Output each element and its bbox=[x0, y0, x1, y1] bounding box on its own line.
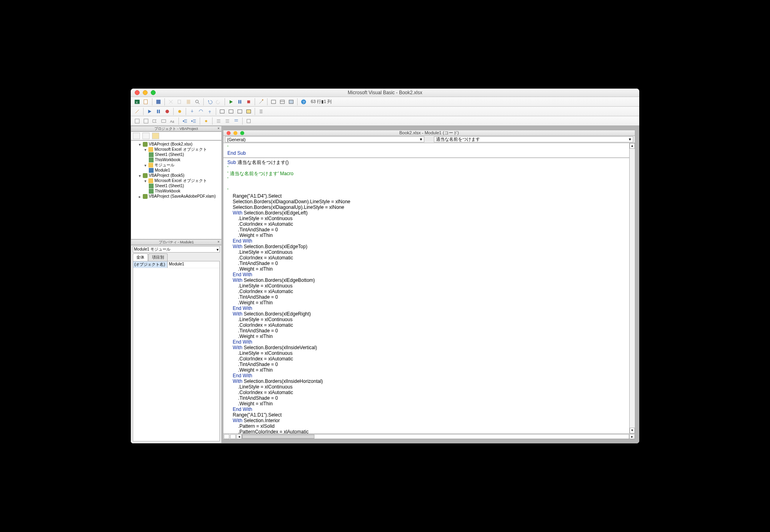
svg-rect-23 bbox=[247, 109, 251, 113]
tree-project-book5[interactable]: ▾VBAProject (Book5) bbox=[138, 173, 221, 178]
view-object-icon[interactable] bbox=[142, 133, 150, 139]
tree-folder-excel-objects-1[interactable]: ▾Microsoft Excel オブジェクト bbox=[143, 147, 221, 152]
properties-grid[interactable]: (オブジェクト名) Module1 bbox=[133, 261, 220, 441]
call-stack-icon[interactable] bbox=[257, 107, 265, 115]
copy-icon[interactable] bbox=[176, 98, 184, 106]
stop-icon[interactable] bbox=[245, 98, 253, 106]
svg-rect-3 bbox=[156, 99, 161, 104]
design-mode2-icon[interactable] bbox=[133, 107, 141, 115]
immediate-window-icon[interactable] bbox=[227, 107, 235, 115]
cursor-position-label: 63 行▮1 列 bbox=[311, 99, 332, 105]
insert-module-icon[interactable] bbox=[142, 98, 150, 106]
tree-module1[interactable]: Module1 bbox=[149, 168, 221, 173]
step-over-icon[interactable] bbox=[197, 107, 205, 115]
tree-folder-modules[interactable]: ▾モジュール bbox=[143, 162, 221, 168]
svg-rect-2 bbox=[144, 99, 148, 104]
properties-tabs: 全体 項目別 bbox=[133, 253, 220, 261]
properties-panel-close-icon[interactable]: × bbox=[216, 240, 221, 245]
svg-text:X: X bbox=[136, 100, 138, 104]
help-icon[interactable]: ? bbox=[300, 98, 308, 106]
excel-icon[interactable]: X bbox=[133, 98, 141, 106]
uncomment-block-icon[interactable] bbox=[223, 117, 231, 125]
parameter-info-icon[interactable] bbox=[160, 117, 168, 125]
svg-point-19 bbox=[178, 110, 181, 113]
scroll-down-icon[interactable]: ▾ bbox=[630, 428, 635, 433]
tree-sheet1-1[interactable]: Sheet1 (Sheet1) bbox=[149, 152, 221, 157]
cut-icon[interactable] bbox=[167, 98, 175, 106]
hscroll-thumb[interactable] bbox=[242, 435, 314, 439]
tree-sheet1-2[interactable]: Sheet1 (Sheet1) bbox=[149, 183, 221, 188]
pause-icon[interactable] bbox=[236, 98, 244, 106]
code-area[interactable]: ' End Sub Sub 適当な名前をつけます() ' ' 適当な名前をつけま… bbox=[223, 143, 635, 434]
full-module-view-icon[interactable] bbox=[224, 434, 229, 439]
tree-folder-excel-objects-2[interactable]: ▾Microsoft Excel オブジェクト bbox=[143, 178, 221, 183]
object-combo[interactable]: (General) ▾ bbox=[225, 136, 424, 142]
procedure-combo[interactable]: 適当な名前をつけます ▾ bbox=[434, 136, 633, 142]
project-explorer-icon[interactable] bbox=[270, 98, 278, 106]
step-into-icon[interactable] bbox=[188, 107, 196, 115]
svg-rect-12 bbox=[280, 100, 285, 103]
clear-bookmarks-icon[interactable] bbox=[245, 117, 253, 125]
design-mode-icon[interactable] bbox=[257, 98, 265, 106]
watch-window-icon[interactable] bbox=[236, 107, 244, 115]
project-tree[interactable]: ▾VBAProject (Book2.xlsx) ▾Microsoft Exce… bbox=[131, 140, 222, 239]
toggle-folders-icon[interactable] bbox=[152, 133, 159, 139]
step-out-icon[interactable] bbox=[206, 107, 214, 115]
indent-icon[interactable] bbox=[181, 117, 189, 125]
properties-tab-categorized[interactable]: 項目別 bbox=[148, 253, 168, 261]
chevron-down-icon: ▾ bbox=[629, 137, 631, 142]
properties-object-combo[interactable]: Module1 モジュール ▾ bbox=[133, 246, 220, 253]
scroll-up-icon[interactable]: ▴ bbox=[630, 143, 635, 149]
project-explorer-title: プロジェクト - VBAProject × bbox=[131, 126, 222, 131]
break-icon[interactable] bbox=[154, 107, 162, 115]
procedure-view-icon[interactable] bbox=[230, 434, 236, 439]
tree-thisworkbook-2[interactable]: ThisWorkbook bbox=[149, 188, 221, 194]
view-code-icon[interactable] bbox=[133, 133, 140, 139]
tree-project-saveaspdf[interactable]: ▸VBAProject (SaveAsAdobePDF.xlam) bbox=[138, 194, 221, 199]
svg-rect-26 bbox=[162, 119, 166, 122]
debug-toolbar bbox=[131, 107, 639, 116]
run-macro-icon[interactable] bbox=[146, 107, 154, 115]
svg-rect-11 bbox=[272, 100, 276, 103]
horizontal-scrollbar[interactable]: ◂ ▸ bbox=[223, 434, 635, 439]
vertical-scrollbar[interactable]: ▴ ▾ bbox=[629, 143, 635, 433]
svg-point-28 bbox=[205, 120, 207, 122]
properties-tab-alphabetic[interactable]: 全体 bbox=[133, 253, 148, 261]
object-browser-icon[interactable] bbox=[287, 98, 295, 106]
svg-point-18 bbox=[166, 109, 169, 113]
tree-project-book2[interactable]: ▾VBAProject (Book2.xlsx) bbox=[138, 142, 221, 147]
run-icon[interactable] bbox=[227, 98, 235, 106]
undo-icon[interactable] bbox=[206, 98, 214, 106]
toggle-breakpoint-icon[interactable] bbox=[176, 107, 184, 115]
project-explorer-title-label: プロジェクト - VBAProject bbox=[154, 127, 198, 131]
properties-panel-title: プロパティ - Module1 × bbox=[131, 239, 222, 245]
paste-icon[interactable] bbox=[184, 98, 192, 106]
redo-icon[interactable] bbox=[215, 98, 223, 106]
locals-window-icon[interactable] bbox=[218, 107, 226, 115]
list-constants-icon[interactable] bbox=[142, 117, 150, 125]
next-bookmark-icon[interactable] bbox=[232, 117, 240, 125]
svg-text:?: ? bbox=[302, 99, 304, 104]
property-row-name[interactable]: (オブジェクト名) Module1 bbox=[133, 261, 219, 268]
project-explorer-close-icon[interactable]: × bbox=[216, 126, 221, 132]
quick-info-icon[interactable] bbox=[151, 117, 159, 125]
complete-word-icon[interactable]: A± bbox=[168, 117, 176, 125]
vbe-window: Microsoft Visual Basic - Book2.xlsx X ? … bbox=[131, 89, 639, 443]
save-icon[interactable] bbox=[154, 98, 162, 106]
svg-rect-4 bbox=[178, 100, 181, 103]
svg-rect-8 bbox=[240, 100, 241, 103]
properties-window-icon[interactable] bbox=[278, 98, 286, 106]
scroll-left-icon[interactable]: ◂ bbox=[236, 434, 242, 439]
code-combo-bar: (General) ▾ 適当な名前をつけます ▾ bbox=[223, 136, 635, 143]
reset-icon[interactable] bbox=[163, 107, 171, 115]
outdent-icon[interactable] bbox=[190, 117, 198, 125]
scroll-right-icon[interactable]: ▸ bbox=[629, 434, 635, 439]
find-icon[interactable] bbox=[193, 98, 201, 106]
project-explorer: プロジェクト - VBAProject × ▾VBAProject (Book2… bbox=[131, 126, 222, 239]
tree-thisworkbook-1[interactable]: ThisWorkbook bbox=[149, 157, 221, 162]
quick-watch-icon[interactable] bbox=[245, 107, 253, 115]
toggle-bookmark-icon[interactable] bbox=[202, 117, 210, 125]
comment-block-icon[interactable] bbox=[215, 117, 223, 125]
property-value-objectname[interactable]: Module1 bbox=[168, 261, 185, 268]
list-properties-icon[interactable] bbox=[133, 117, 141, 125]
